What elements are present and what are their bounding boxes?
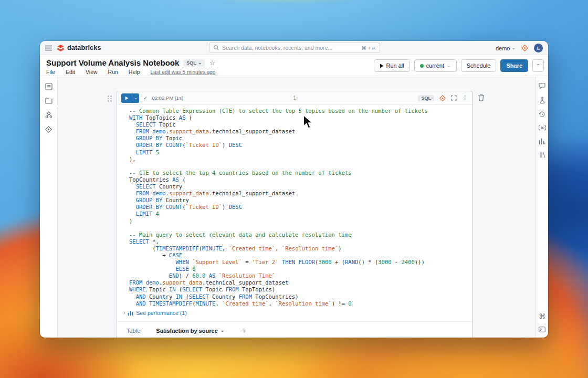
play-icon[interactable] [121, 93, 132, 103]
version-history-icon[interactable] [539, 111, 545, 118]
comments-icon[interactable] [539, 83, 545, 89]
language-label: SQL [186, 60, 196, 66]
run-all-label: Run all [386, 62, 404, 69]
hamburger-menu-icon[interactable] [45, 45, 52, 51]
left-sidebar: ⌄ [40, 77, 58, 338]
notebook-canvas: ⌄ ✓ 02:02 PM (1s) 1 SQL [58, 77, 536, 338]
databricks-logo[interactable]: databricks [57, 44, 101, 52]
cell-toolbar-right: SQL ⋮ [418, 94, 468, 101]
desktop: databricks Search data, notebooks, recen… [0, 0, 588, 378]
play-icon [380, 64, 384, 68]
tab-satisfaction-by-source[interactable]: Satisfaction by source ⌄ [156, 322, 224, 338]
right-sidebar: ⌘ [536, 77, 548, 338]
catalog-icon[interactable] [45, 111, 52, 119]
menu-item[interactable]: Help [129, 69, 140, 75]
chevron-down-icon: ⌄ [198, 60, 202, 65]
notebook-cell: ⌄ ✓ 02:02 PM (1s) 1 SQL [117, 91, 472, 338]
databricks-logo-icon [57, 44, 65, 52]
language-selector[interactable]: SQL ⌄ [183, 59, 205, 67]
run-options-chevron-icon[interactable]: ⌄ [132, 93, 139, 103]
right-sidebar-bottom: ⌘ [539, 312, 545, 332]
databricks-window: databricks Search data, notebooks, recen… [40, 41, 548, 338]
expand-cell-icon[interactable] [451, 95, 457, 101]
table-of-contents-icon[interactable] [45, 83, 52, 90]
cluster-label: current [426, 62, 444, 69]
last-edit-link[interactable]: Last edit was 5 minutes ago [150, 69, 215, 75]
workspace-switcher[interactable]: demo ⌄ [496, 45, 516, 51]
notebook-body: ⌄ ⌄ [40, 77, 548, 338]
search-placeholder: Search data, notebooks, recents, and mor… [222, 45, 358, 51]
menu-item[interactable]: View [86, 69, 98, 75]
notebook-header: Support Volume Analysis Notebook SQL ⌄ ☆… [40, 55, 548, 76]
cell-language-badge[interactable]: SQL [418, 95, 434, 101]
workspace-name: demo [496, 45, 510, 51]
delete-cell-trash-icon[interactable] [478, 94, 485, 101]
assistant-diamond-icon[interactable] [521, 45, 528, 51]
results-tabs: Table Satisfaction by source ⌄ + [117, 322, 472, 338]
top-navbar: databricks Search data, notebooks, recen… [40, 41, 548, 55]
menu-bar: FileEditViewRunHelp [46, 69, 140, 75]
user-avatar[interactable]: E [534, 44, 543, 52]
environment-icon[interactable] [539, 152, 545, 158]
bar-chart-icon [128, 310, 133, 316]
active-tab-label: Satisfaction by source [156, 328, 217, 334]
terminal-panel-icon[interactable] [539, 327, 545, 332]
menu-item[interactable]: File [46, 69, 55, 75]
menu-item[interactable]: Edit [66, 69, 75, 75]
tab-table[interactable]: Table [127, 322, 140, 338]
page-title: Support Volume Analysis Notebook [46, 58, 179, 67]
search-shortcut: ⌘ + P [361, 45, 375, 51]
see-performance-row[interactable]: › See performance (1) [117, 308, 472, 318]
run-cell-button[interactable]: ⌄ [121, 93, 139, 103]
cluster-selector-button[interactable]: current ⌄ [414, 59, 457, 72]
see-performance-link: See performance (1) [136, 310, 186, 316]
chevron-down-icon: ⌄ [447, 64, 451, 68]
share-button[interactable]: Share [500, 59, 528, 72]
run-success-check-icon: ✓ [143, 95, 148, 101]
wallpaper-lime-streak [165, 0, 412, 8]
compass-diamond-icon[interactable] [45, 126, 52, 133]
run-all-button[interactable]: Run all [374, 59, 410, 72]
search-input[interactable]: Search data, notebooks, recents, and mor… [209, 43, 380, 53]
expand-chevron-icon: › [123, 310, 125, 316]
navbar-right: demo ⌄ E [496, 41, 543, 55]
assistant-diamond-icon[interactable] [439, 95, 446, 101]
menu-item[interactable]: Run [108, 69, 118, 75]
shortcuts-command-icon[interactable]: ⌘ [539, 312, 545, 320]
favorite-star-icon[interactable]: ☆ [209, 59, 215, 66]
chevron-down-icon: ⌄ [220, 328, 225, 333]
collapse-header-button[interactable]: ⌃ [532, 59, 544, 72]
sql-code-editor[interactable]: -- Common Table Expression (CTE) to sele… [117, 105, 472, 308]
share-label: Share [506, 62, 522, 69]
chevron-down-icon: ⌄ [511, 46, 516, 50]
cluster-status-dot [420, 64, 424, 68]
performance-chart-icon[interactable] [539, 138, 545, 144]
folder-icon[interactable] [45, 98, 52, 104]
cell-toolbar: ⌄ ✓ 02:02 PM (1s) 1 SQL [117, 91, 472, 105]
schedule-button[interactable]: Schedule [461, 59, 497, 72]
cell-drag-handle-icon[interactable] [108, 96, 112, 102]
logo-text: databricks [67, 44, 101, 51]
header-actions: Run all current ⌄ Schedule Share ⌃ [374, 59, 544, 72]
collapse-icon: ⌃ [536, 63, 540, 69]
search-icon [214, 45, 219, 50]
last-run-time: 02:02 PM (1s) [152, 95, 183, 101]
experiments-flask-icon[interactable] [539, 97, 545, 103]
cell-menu-kebab-icon[interactable]: ⋮ [462, 94, 468, 101]
variables-icon[interactable] [539, 125, 546, 131]
schedule-label: Schedule [467, 62, 491, 69]
add-visualization-button[interactable]: + [240, 327, 248, 335]
cell-number: 1 [293, 95, 296, 101]
cell-results: Table Satisfaction by source ⌄ + [117, 321, 472, 338]
